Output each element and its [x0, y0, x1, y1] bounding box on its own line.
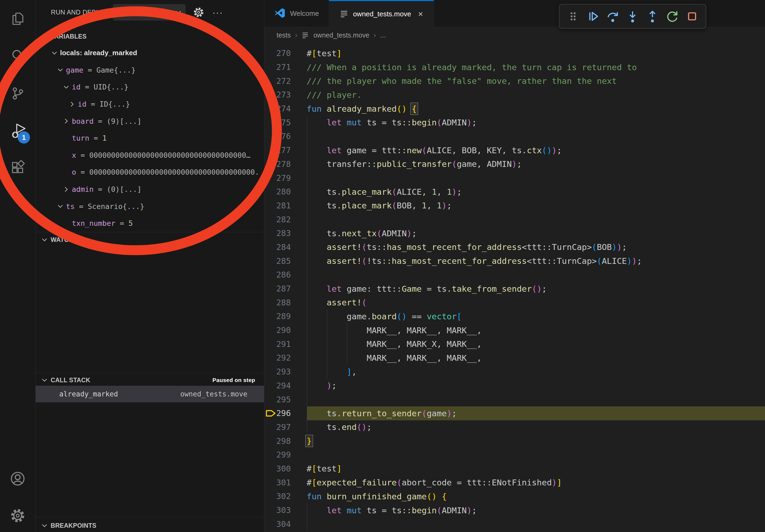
variable-row[interactable]: txn_number = 5: [36, 215, 264, 232]
line-number[interactable]: 293: [264, 365, 298, 379]
search-icon[interactable]: [0, 48, 35, 63]
line-number[interactable]: 301: [264, 475, 298, 489]
code-text[interactable]: [307, 393, 765, 406]
code-text[interactable]: ts.return_to_sender(game);: [307, 406, 765, 420]
line-number[interactable]: 270: [264, 46, 298, 60]
code-text[interactable]: ],: [307, 365, 765, 379]
code-text[interactable]: ts.place_mark(ALICE, 1, 1);: [307, 185, 765, 199]
variable-row[interactable]: id = ID{...}: [36, 96, 264, 113]
breakpoints-section-header[interactable]: BREAKPOINTS: [36, 519, 264, 532]
step-into-button[interactable]: [624, 7, 641, 26]
code-text[interactable]: [307, 171, 765, 185]
variable-row[interactable]: x = 000000000000000000000000000000000000…: [36, 147, 264, 164]
source-control-icon[interactable]: [0, 86, 35, 101]
step-over-button[interactable]: [604, 7, 622, 26]
line-number[interactable]: 280: [264, 185, 298, 199]
watch-section-header[interactable]: WATCH: [36, 234, 264, 246]
line-number[interactable]: 283: [264, 226, 298, 240]
variable-row[interactable]: turn = 1: [36, 130, 264, 147]
chevron-right-icon[interactable]: [69, 101, 78, 108]
variable-row[interactable]: id = UID{...}: [36, 79, 264, 96]
variable-row[interactable]: ts = Scenario{...}: [36, 198, 264, 215]
code-text[interactable]: [307, 517, 765, 531]
tab-welcome[interactable]: Welcome: [264, 0, 329, 27]
line-number[interactable]: 275: [264, 116, 298, 130]
settings-gear-icon[interactable]: [0, 508, 35, 523]
code-text[interactable]: ts.end();: [307, 420, 765, 434]
more-actions-icon[interactable]: ···: [212, 10, 223, 15]
line-number[interactable]: 296: [264, 406, 298, 420]
code-text[interactable]: assert!(ts::has_most_recent_for_address<…: [307, 240, 765, 254]
line-number[interactable]: 271: [264, 60, 298, 74]
code-text[interactable]: /// When a position is already marked, t…: [307, 60, 765, 74]
breadcrumb-item[interactable]: owned_tests.move: [313, 31, 369, 39]
config-dropdown[interactable]: No Configur…: [128, 9, 175, 16]
explorer-icon[interactable]: [0, 11, 35, 26]
variable-row[interactable]: admin = (0)[...]: [36, 181, 264, 198]
line-number[interactable]: 299: [264, 448, 298, 462]
code-text[interactable]: [307, 130, 765, 143]
stop-button[interactable]: [683, 7, 701, 26]
line-number[interactable]: 282: [264, 212, 298, 226]
code-text[interactable]: let game = ttt::new(ALICE, BOB, KEY, ts.…: [307, 143, 765, 157]
line-number[interactable]: 274: [264, 102, 298, 116]
chevron-down-icon[interactable]: [175, 9, 185, 16]
chevron-down-icon[interactable]: [63, 84, 72, 91]
code-text[interactable]: #[test]: [307, 46, 765, 60]
code-text[interactable]: assert!(!ts::has_most_recent_for_address…: [307, 254, 765, 268]
account-icon[interactable]: [0, 471, 35, 486]
variable-row[interactable]: o = 000000000000000000000000000000000000…: [36, 164, 264, 181]
line-number[interactable]: 279: [264, 171, 298, 185]
code-text[interactable]: /// the player who made the "false" move…: [307, 74, 765, 88]
line-number[interactable]: 276: [264, 130, 298, 143]
code-text[interactable]: /// player.: [307, 88, 765, 102]
line-number[interactable]: 290: [264, 323, 298, 337]
locals-scope-row[interactable]: locals: already_marked: [36, 45, 264, 62]
line-number[interactable]: 297: [264, 420, 298, 434]
code-text[interactable]: #[expected_failure(abort_code = ttt::ENo…: [307, 475, 765, 489]
restart-button[interactable]: [663, 7, 681, 26]
code-text[interactable]: let game: ttt::Game = ts.take_from_sende…: [307, 282, 765, 296]
code-text[interactable]: let mut ts = ts::begin(ADMIN);: [307, 503, 765, 517]
breadcrumb-item[interactable]: tests: [277, 31, 291, 39]
chevron-down-icon[interactable]: [57, 67, 66, 73]
code-text[interactable]: [307, 448, 765, 462]
debug-settings-gear-icon[interactable]: [193, 7, 204, 18]
code-text[interactable]: ts.next_tx(ADMIN);: [307, 226, 765, 240]
line-number[interactable]: 304: [264, 517, 298, 531]
line-number[interactable]: 294: [264, 379, 298, 393]
line-number[interactable]: 286: [264, 268, 298, 282]
code-text[interactable]: ts.place_mark(BOB, 1, 1);: [307, 199, 765, 213]
code-text[interactable]: MARK__, MARK__, MARK__,: [307, 351, 765, 365]
line-number[interactable]: 295: [264, 393, 298, 406]
code-text[interactable]: fun already_marked() {: [307, 102, 765, 116]
line-number[interactable]: 300: [264, 462, 298, 476]
code-text[interactable]: #[test]: [307, 462, 765, 476]
line-number[interactable]: 289: [264, 309, 298, 323]
chevron-right-icon[interactable]: [63, 186, 72, 193]
code-text[interactable]: let mut ts = ts::begin(ADMIN);: [307, 116, 765, 130]
line-number[interactable]: 273: [264, 88, 298, 102]
code-text[interactable]: game.board() == vector[: [307, 309, 765, 323]
line-number[interactable]: 303: [264, 503, 298, 517]
start-debug-button[interactable]: [113, 5, 128, 20]
line-number[interactable]: 281: [264, 199, 298, 213]
line-number[interactable]: 277: [264, 143, 298, 157]
line-number[interactable]: 285: [264, 254, 298, 268]
line-number[interactable]: 278: [264, 157, 298, 171]
line-number[interactable]: 302: [264, 489, 298, 503]
chevron-down-icon[interactable]: [51, 50, 60, 57]
line-number[interactable]: 272: [264, 74, 298, 88]
code-text[interactable]: fun burn_unfinished_game() {: [307, 489, 765, 503]
variable-row[interactable]: board = (9)[...]: [36, 113, 264, 130]
code-text[interactable]: [307, 212, 765, 226]
line-number[interactable]: 287: [264, 282, 298, 296]
variables-section-header[interactable]: VARIABLES: [36, 30, 264, 43]
code-text[interactable]: MARK__, MARK_X, MARK__,: [307, 337, 765, 351]
code-text[interactable]: }: [307, 434, 765, 448]
line-number[interactable]: 298: [264, 434, 298, 448]
line-number[interactable]: 292: [264, 351, 298, 365]
code-text[interactable]: assert!(: [307, 296, 765, 309]
line-number[interactable]: 291: [264, 337, 298, 351]
call-stack-section-header[interactable]: CALL STACK Paused on step: [36, 375, 264, 386]
